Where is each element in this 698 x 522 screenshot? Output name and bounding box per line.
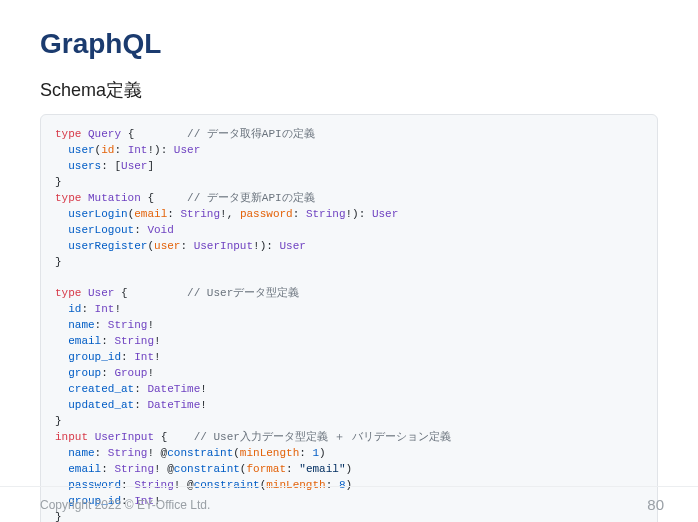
copyright-text: Copyright 2022 © EY-Office Ltd. <box>40 498 210 512</box>
footer: Copyright 2022 © EY-Office Ltd. 80 <box>0 486 698 522</box>
page-subtitle: Schema定義 <box>40 78 658 102</box>
page-number: 80 <box>647 496 664 513</box>
slide: GraphQL Schema定義 type Query { // データ取得AP… <box>0 0 698 522</box>
page-title: GraphQL <box>40 28 658 60</box>
code-block: type Query { // データ取得APIの定義 user(id: Int… <box>40 114 658 522</box>
